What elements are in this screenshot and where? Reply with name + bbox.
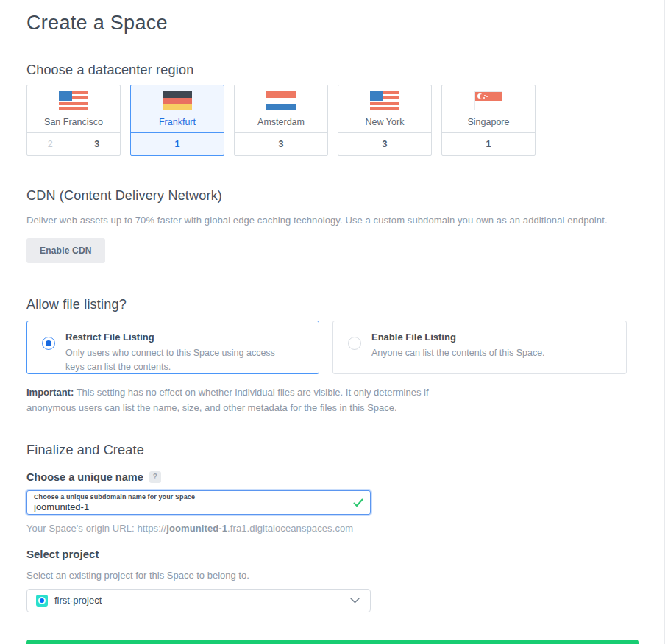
file-listing-heading: Allow file listing? bbox=[26, 297, 638, 312]
origin-url-prefix: Your Space's origin URL: https:// bbox=[26, 523, 166, 534]
option-description: Only users who connect to this Space usi… bbox=[65, 346, 294, 375]
valid-check-icon bbox=[353, 498, 363, 507]
space-name-value: joomunited-1 bbox=[34, 501, 89, 512]
select-project-description: Select an existing project for this Spac… bbox=[26, 570, 638, 581]
cdn-description: Deliver web assets up to 70% faster with… bbox=[26, 215, 638, 226]
region-name: New York bbox=[366, 117, 405, 127]
region-count-nyc3[interactable]: 3 bbox=[338, 133, 431, 155]
help-icon[interactable]: ? bbox=[149, 471, 161, 483]
de-flag-icon bbox=[163, 91, 192, 110]
region-availability: 2 3 bbox=[27, 132, 120, 155]
page-title: Create a Space bbox=[26, 12, 638, 35]
text-cursor bbox=[90, 502, 90, 512]
radio-checked-icon[interactable] bbox=[42, 337, 55, 350]
space-name-input-label: Choose a unique subdomain name for your … bbox=[34, 493, 349, 501]
us-flag-icon bbox=[59, 91, 88, 110]
region-card-top: Amsterdam bbox=[235, 85, 327, 132]
region-availability: 3 bbox=[338, 132, 431, 155]
region-count-sgp1[interactable]: 1 bbox=[442, 133, 535, 155]
region-card-top: New York bbox=[338, 85, 431, 132]
region-availability: 1 bbox=[442, 132, 535, 155]
file-listing-section: Allow file listing? Restrict File Listin… bbox=[26, 297, 638, 416]
option-title: Restrict File Listing bbox=[65, 332, 294, 343]
nl-flag-icon bbox=[266, 91, 296, 110]
region-card-top: Singapore bbox=[442, 85, 535, 132]
option-text: Enable File Listing Anyone can list the … bbox=[371, 331, 545, 360]
unique-name-label-row: Choose a unique name ? bbox=[26, 471, 638, 483]
unique-name-label: Choose a unique name bbox=[26, 471, 143, 483]
space-name-value-line: joomunited-1 bbox=[34, 501, 349, 512]
origin-url: Your Space's origin URL: https://joomuni… bbox=[26, 523, 638, 534]
option-title: Enable File Listing bbox=[371, 332, 545, 343]
space-name-input[interactable]: Choose a unique subdomain name for your … bbox=[26, 490, 371, 515]
region-count-ams3[interactable]: 3 bbox=[235, 133, 327, 155]
create-space-page: Create a Space Choose a datacenter regio… bbox=[0, 0, 664, 644]
chevron-down-icon bbox=[350, 598, 360, 604]
option-description: Anyone can list the contents of this Spa… bbox=[371, 346, 545, 360]
option-text: Restrict File Listing Only users who con… bbox=[65, 331, 294, 375]
sg-flag-icon bbox=[474, 91, 502, 110]
cdn-heading: CDN (Content Delivery Network) bbox=[26, 188, 638, 204]
region-card-frankfurt[interactable]: Frankfurt 1 bbox=[130, 85, 224, 156]
region-card-list: San Francisco 2 3 Frankfurt 1 Amsterdam … bbox=[26, 85, 638, 156]
file-listing-note: Important: This setting has no effect on… bbox=[26, 384, 475, 416]
file-listing-options: Restrict File Listing Only users who con… bbox=[26, 321, 638, 374]
create-space-button[interactable]: Create a Space bbox=[26, 640, 639, 644]
region-count-fra1[interactable]: 1 bbox=[131, 133, 224, 155]
option-restrict-file-listing[interactable]: Restrict File Listing Only users who con… bbox=[26, 321, 319, 374]
region-name: Frankfurt bbox=[159, 117, 196, 127]
region-card-top: San Francisco bbox=[27, 85, 120, 132]
cdn-section: CDN (Content Delivery Network) Deliver w… bbox=[26, 188, 638, 263]
option-enable-file-listing[interactable]: Enable File Listing Anyone can list the … bbox=[332, 321, 627, 374]
selected-project-name: first-project bbox=[54, 595, 350, 606]
region-count-sfo2[interactable]: 2 bbox=[27, 133, 74, 155]
region-card-top: Frankfurt bbox=[131, 85, 224, 132]
us-flag-icon bbox=[370, 91, 399, 110]
region-card-amsterdam[interactable]: Amsterdam 3 bbox=[234, 85, 328, 156]
region-name: Amsterdam bbox=[257, 117, 305, 127]
region-name: San Francisco bbox=[44, 117, 103, 127]
region-availability: 1 bbox=[131, 132, 224, 155]
origin-url-subdomain: joomunited-1 bbox=[166, 523, 227, 534]
region-count-sfo3[interactable]: 3 bbox=[74, 133, 121, 155]
note-label: Important: bbox=[26, 387, 74, 398]
project-select-dropdown[interactable]: first-project bbox=[26, 589, 371, 612]
region-name: Singapore bbox=[468, 117, 510, 127]
datacenter-heading: Choose a datacenter region bbox=[26, 62, 638, 78]
origin-url-suffix: .fra1.digitaloceanspaces.com bbox=[227, 523, 353, 534]
finalize-section: Finalize and Create Choose a unique name… bbox=[26, 443, 638, 644]
project-icon bbox=[36, 595, 48, 607]
radio-unchecked-icon[interactable] bbox=[348, 337, 361, 350]
finalize-heading: Finalize and Create bbox=[26, 443, 638, 458]
select-project-heading: Select project bbox=[26, 548, 638, 560]
note-text: This setting has no effect on whether in… bbox=[26, 387, 429, 413]
region-availability: 3 bbox=[235, 132, 327, 155]
region-card-san-francisco[interactable]: San Francisco 2 3 bbox=[26, 85, 121, 156]
enable-cdn-button[interactable]: Enable CDN bbox=[26, 238, 105, 263]
region-card-singapore[interactable]: Singapore 1 bbox=[441, 85, 536, 156]
region-card-new-york[interactable]: New York 3 bbox=[338, 85, 432, 156]
